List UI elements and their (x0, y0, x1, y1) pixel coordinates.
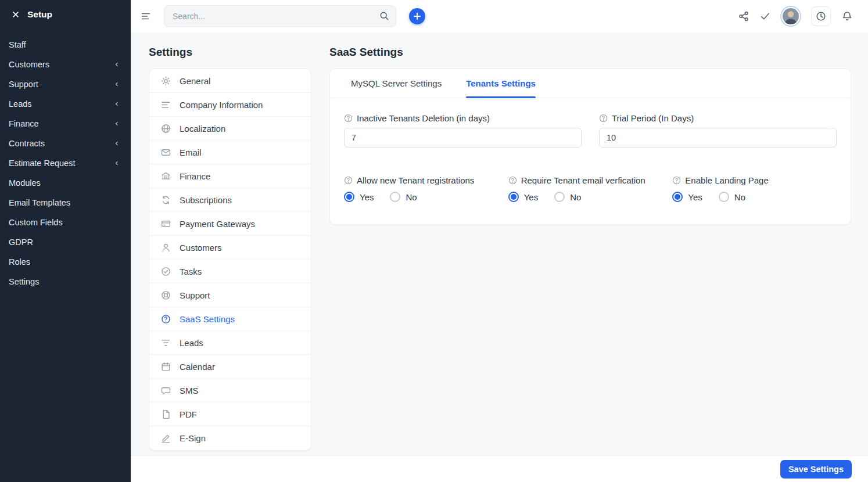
tab-tenants-settings[interactable]: Tenants Settings (466, 69, 536, 98)
radio-selected-icon[interactable] (672, 192, 683, 202)
help-icon (344, 114, 353, 123)
chevron-left-icon (113, 81, 120, 88)
setup-sidebar: Setup Staff Customers Support Leads Fina… (0, 0, 131, 482)
sidebar-item-contracts[interactable]: Contracts (0, 134, 131, 153)
settings-menu-item-localization[interactable]: Localization (149, 117, 311, 141)
settings-menu-item-email[interactable]: Email (149, 141, 311, 164)
settings-menu-item-sms[interactable]: SMS (149, 379, 311, 402)
sidebar-item-custom-fields[interactable]: Custom Fields (0, 213, 131, 232)
settings-menu-item-payment-gateways[interactable]: Payment Gateways (149, 212, 311, 236)
check-icon[interactable] (760, 11, 770, 21)
settings-menu-item-finance[interactable]: Finance (149, 164, 311, 188)
credit-card-icon (161, 219, 171, 229)
settings-menu-item-company-information[interactable]: Company Information (149, 93, 311, 117)
app-window: Setup Staff Customers Support Leads Fina… (0, 0, 868, 482)
sidebar-item-email-templates[interactable]: Email Templates (0, 193, 131, 213)
chevron-left-icon (113, 100, 120, 107)
chevron-left-icon (113, 61, 120, 68)
radio-yes[interactable]: Yes (672, 192, 702, 202)
footer-bar: Save Settings (131, 455, 868, 482)
add-button[interactable] (409, 8, 425, 24)
file-icon (161, 409, 171, 419)
settings-menu-item-customers[interactable]: Customers (149, 236, 311, 260)
settings-menu-item-calendar[interactable]: Calendar (149, 355, 311, 379)
settings-menu-item-pdf[interactable]: PDF (149, 402, 311, 426)
sidebar-item-staff[interactable]: Staff (0, 35, 131, 55)
radio-yes[interactable]: Yes (344, 192, 374, 202)
close-icon[interactable] (12, 10, 20, 19)
settings-menu-item-support[interactable]: Support (149, 283, 311, 307)
sidebar-item-settings[interactable]: Settings (0, 272, 131, 292)
radio-unselected-icon[interactable] (390, 192, 400, 202)
radio-yes[interactable]: Yes (508, 192, 538, 202)
signature-icon (161, 433, 171, 443)
radio-selected-icon[interactable] (508, 192, 519, 202)
chevron-left-icon (113, 140, 120, 147)
sidebar-item-leads[interactable]: Leads (0, 94, 131, 114)
trial-period-input[interactable] (599, 128, 837, 148)
menu-toggle-icon[interactable] (141, 11, 151, 21)
main-column: Settings General Company Information Loc… (131, 0, 868, 482)
settings-menu-item-tasks[interactable]: Tasks (149, 260, 311, 283)
share-icon[interactable] (738, 11, 749, 21)
settings-menu-item-subscriptions[interactable]: Subscriptions (149, 188, 311, 212)
field-label: Inactive Tenants Deletion (in days) (357, 113, 490, 123)
help-icon (508, 176, 517, 185)
bell-icon[interactable] (842, 11, 852, 21)
enable-landing-page-group: Enable Landing Page Yes No (672, 175, 837, 202)
settings-menu-item-saas-settings[interactable]: SaaS Settings (149, 307, 311, 331)
settings-menu-item-e-sign[interactable]: E-Sign (149, 426, 311, 450)
radio-no[interactable]: No (390, 192, 417, 202)
saas-settings-card: MySQL Server Settings Tenants Settings I… (329, 69, 851, 225)
settings-menu-title: Settings (149, 45, 311, 59)
clock-icon[interactable] (811, 6, 831, 26)
trial-period-field: Trial Period (In Days) (599, 113, 837, 148)
envelope-icon (161, 148, 171, 157)
chat-icon (161, 386, 171, 395)
group-label: Enable Landing Page (685, 175, 768, 185)
page-title: SaaS Settings (329, 45, 851, 59)
inactive-tenants-deletion-field: Inactive Tenants Deletion (in days) (344, 113, 582, 148)
funnel-icon (161, 338, 171, 348)
sidebar-item-support[interactable]: Support (0, 74, 131, 94)
sidebar-item-customers[interactable]: Customers (0, 55, 131, 74)
align-left-icon (161, 100, 171, 110)
settings-menu-item-leads[interactable]: Leads (149, 331, 311, 355)
sidebar-item-modules[interactable]: Modules (0, 173, 131, 193)
inactive-tenants-deletion-input[interactable] (344, 128, 582, 148)
radio-unselected-icon[interactable] (554, 192, 565, 202)
chevron-left-icon (113, 160, 120, 167)
bank-icon (161, 171, 171, 181)
sidebar-item-roles[interactable]: Roles (0, 252, 131, 272)
search-input[interactable] (164, 5, 396, 27)
refresh-icon (161, 195, 171, 205)
search-icon[interactable] (379, 11, 389, 23)
calendar-icon (161, 362, 171, 372)
topbar (131, 0, 868, 33)
group-label: Require Tenant email verfication (521, 175, 645, 185)
globe-icon (161, 124, 171, 134)
save-settings-button[interactable]: Save Settings (780, 460, 852, 479)
gear-icon (161, 76, 171, 86)
chevron-left-icon (113, 120, 120, 127)
help-icon (599, 114, 608, 123)
avatar[interactable] (781, 7, 800, 26)
question-circle-icon (161, 314, 171, 324)
help-icon (672, 176, 681, 185)
content: Settings General Company Information Loc… (131, 33, 868, 455)
tab-mysql-server-settings[interactable]: MySQL Server Settings (351, 69, 442, 98)
radio-unselected-icon[interactable] (719, 192, 729, 202)
sidebar-item-estimate-request[interactable]: Estimate Request (0, 153, 131, 173)
settings-menu-card: General Company Information Localization… (149, 69, 311, 451)
life-ring-icon (161, 290, 171, 300)
radio-selected-icon[interactable] (344, 192, 354, 202)
sidebar-item-finance[interactable]: Finance (0, 114, 131, 134)
check-circle-icon (161, 267, 171, 276)
settings-menu-item-general[interactable]: General (149, 69, 311, 93)
user-icon (161, 243, 171, 253)
saas-settings-panel: SaaS Settings MySQL Server Settings Tena… (329, 45, 851, 455)
settings-menu-panel: Settings General Company Information Loc… (149, 45, 311, 455)
radio-no[interactable]: No (719, 192, 745, 202)
radio-no[interactable]: No (554, 192, 581, 202)
sidebar-item-gdpr[interactable]: GDPR (0, 232, 131, 252)
